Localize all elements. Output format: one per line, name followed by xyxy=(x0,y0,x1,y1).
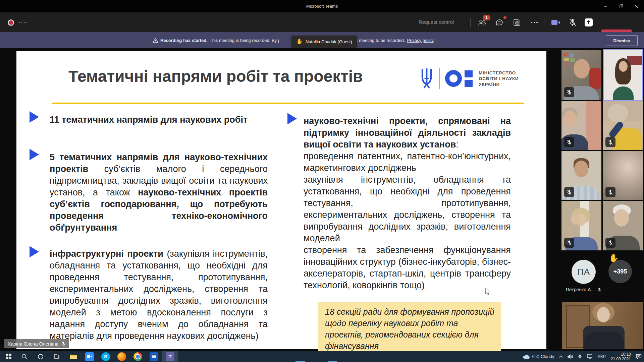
slide-bullet-1: 11 тематичних напрямів для наукових робі… xyxy=(50,114,268,126)
window-controls xyxy=(598,0,644,12)
chrome-button[interactable] xyxy=(130,351,146,362)
skype-icon: S xyxy=(101,352,110,361)
tray-mic-button[interactable] xyxy=(578,354,582,359)
windows-taskbar: S W T 6°C Cloudy УКР 10:13 21.09.2021 xyxy=(0,351,644,362)
mic-muted-icon xyxy=(61,341,66,346)
bullet-arrow-icon xyxy=(287,113,297,124)
bullet-arrow-icon xyxy=(30,111,39,123)
cortana-icon xyxy=(38,354,44,360)
tray-expand-button[interactable] xyxy=(559,355,563,358)
window-titlebar: Microsoft Teams xyxy=(0,0,644,12)
reactions-button[interactable] xyxy=(511,17,523,28)
shared-slide: Тематичні напрями робіт та проектів МІНІ… xyxy=(16,51,546,349)
language-indicator[interactable]: УКР xyxy=(597,354,606,359)
participants-button[interactable]: 1 xyxy=(476,17,488,28)
restore-icon[interactable] xyxy=(613,0,629,12)
dismiss-button[interactable]: Dismiss xyxy=(606,35,638,46)
more-dots-icon xyxy=(531,22,538,23)
search-icon xyxy=(21,354,28,360)
video-tile[interactable] xyxy=(603,201,643,250)
folder-icon xyxy=(70,354,77,360)
slide-title: Тематичні напрями робіт та проектів xyxy=(68,67,363,85)
search-button[interactable] xyxy=(17,351,32,362)
clock[interactable]: 10:13 21.09.2021 xyxy=(611,352,631,361)
chat-button[interactable] xyxy=(494,17,505,28)
recording-banner: Recording has started. This meeting is b… xyxy=(0,32,644,48)
video-tile[interactable] xyxy=(603,151,643,200)
notification-icon xyxy=(636,354,642,359)
firefox-button[interactable] xyxy=(114,351,129,362)
mic-muted-icon xyxy=(564,137,574,147)
teams-button[interactable]: T xyxy=(162,351,178,362)
meeting-timer: --:-- xyxy=(19,20,28,25)
file-explorer-button[interactable] xyxy=(66,351,81,362)
mouse-cursor xyxy=(485,288,490,296)
avatar-name-label: Петренко А... xyxy=(561,287,606,292)
word-icon: W xyxy=(150,352,158,361)
mic-muted-icon xyxy=(597,287,601,292)
trident-icon xyxy=(419,68,434,89)
firefox-icon xyxy=(117,352,126,361)
ministry-mark-icon xyxy=(445,70,473,87)
mic-muted-icon xyxy=(605,238,615,248)
slide-bullet-2: 5 тематичних напрямів для науково-техніч… xyxy=(50,152,268,234)
raised-hand-name: Nataliia Chudak (Guest) xyxy=(306,39,352,44)
mic-muted-icon xyxy=(564,238,574,248)
skype-button[interactable]: S xyxy=(98,351,113,362)
meeting-stage: Тематичні напрями робіт та проектів МІНІ… xyxy=(0,48,644,351)
banner-title: Recording has started. xyxy=(160,38,208,43)
time: 10:13 xyxy=(611,352,631,357)
overflow-count-avatar[interactable]: +395 xyxy=(608,260,632,283)
raised-hand-icon: ✋ xyxy=(296,39,303,44)
cloud-icon xyxy=(523,354,530,359)
app-title: Microsoft Teams xyxy=(306,4,338,9)
logo-divider xyxy=(439,68,440,89)
chat-notification-dot xyxy=(503,16,506,19)
minimize-icon[interactable] xyxy=(598,0,613,12)
slide-bullet-3: інфраструктурні проекти (закупівля інстр… xyxy=(50,248,268,342)
recording-indicator-icon xyxy=(9,20,13,25)
share-screen-button[interactable] xyxy=(583,17,594,28)
start-button[interactable] xyxy=(1,351,16,362)
video-tile-active-speaker[interactable] xyxy=(603,49,643,101)
raised-hand-icon: ✋ xyxy=(609,253,619,263)
system-tray: 6°C Cloudy УКР 10:13 21.09.2021 xyxy=(521,351,644,362)
word-button[interactable]: W xyxy=(146,351,162,362)
camera-button[interactable] xyxy=(550,17,561,28)
teams-icon: T xyxy=(166,352,174,361)
warning-icon xyxy=(153,38,158,43)
close-icon[interactable] xyxy=(629,0,644,12)
mic-muted-button[interactable] xyxy=(567,17,578,28)
raised-hand-toast[interactable]: ✋ Nataliia Chudak (Guest) xyxy=(291,36,357,48)
more-options-button[interactable] xyxy=(529,17,540,28)
privacy-policy-link[interactable]: Privacy policy xyxy=(407,38,433,43)
weather-widget[interactable]: 6°C Cloudy xyxy=(523,354,554,359)
cortana-button[interactable] xyxy=(33,351,48,362)
bullet-arrow-icon xyxy=(30,149,39,160)
speaker-icon xyxy=(568,354,573,359)
task-view-button[interactable] xyxy=(49,351,64,362)
video-tile[interactable] xyxy=(561,201,601,250)
zoom-app-button[interactable] xyxy=(82,351,97,362)
ministry-logo: МІНІСТЕРСТВО ОСВІТИ І НАУКИ УКРАЇНИ xyxy=(419,65,519,92)
mic-muted-icon xyxy=(564,87,574,97)
action-center-button[interactable] xyxy=(636,354,642,359)
request-control-button[interactable]: Request control xyxy=(419,19,454,25)
video-tile[interactable] xyxy=(561,50,601,100)
video-tile-large[interactable] xyxy=(562,302,643,349)
participants-panel: ПА Петренко А... +395 ✋ xyxy=(561,48,644,351)
zoom-icon xyxy=(85,352,94,361)
video-tile[interactable] xyxy=(561,151,601,200)
volume-button[interactable] xyxy=(568,354,573,359)
video-tile[interactable] xyxy=(561,101,601,150)
title-underline xyxy=(52,103,524,104)
date: 21.09.2021 xyxy=(611,357,631,361)
microphone-icon xyxy=(578,354,582,359)
chrome-icon xyxy=(133,352,142,361)
slide-bullet-right: науково-технічні проекти, спрямовані на … xyxy=(304,115,511,291)
avatar-initials[interactable]: ПА xyxy=(572,260,596,284)
mic-muted-icon xyxy=(564,187,574,197)
video-tile[interactable] xyxy=(603,101,643,150)
mic-muted-icon xyxy=(605,187,615,197)
network-button[interactable] xyxy=(587,354,593,359)
